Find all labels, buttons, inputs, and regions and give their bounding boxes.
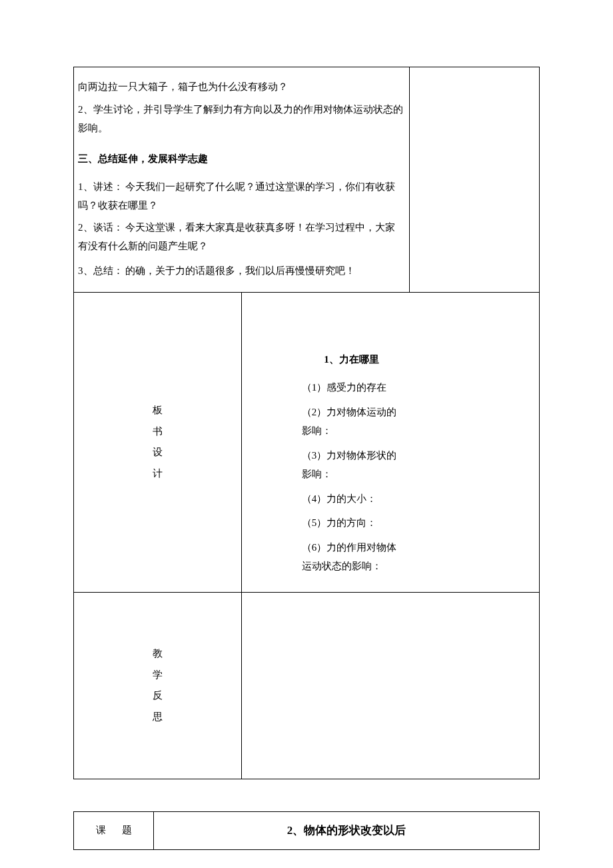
board-line: （5）力的方向： [302,513,401,533]
teaching-reflection-content [241,592,409,779]
content-row: 向两边拉一只大箱子，箱子也为什么没有移动？ 2、学生讨论，并引导学生了解到力有方… [74,67,540,293]
board-line: （4）力的大小： [302,489,401,509]
board-design-content: 1、力在哪里 （1）感受力的存在 （2）力对物体运动的影响： （3）力对物体形状… [241,292,409,592]
label-char: 板 [74,400,241,421]
empty-cell [409,292,539,592]
empty-cell [409,67,539,293]
lesson-title-table: 课题 2、物体的形状改变以后 [73,811,540,850]
content-cell: 向两边拉一只大箱子，箱子也为什么没有移动？ 2、学生讨论，并引导学生了解到力有方… [74,67,410,293]
board-line: （3）力对物体形状的影响： [302,446,401,484]
lesson-title-content: 2、物体的形状改变以后 [154,811,540,849]
paragraph-text: 向两边拉一只大箱子，箱子也为什么没有移动？ [78,78,405,97]
board-line: （1）感受力的存在 [302,378,401,397]
label-char: 思 [74,707,241,728]
label-char: 书 [74,421,241,443]
section-heading: 三、总结延伸，发展科学志趣 [78,149,405,169]
teaching-reflection-label: 教 学 反 思 [74,592,242,779]
paragraph-text: 2、谈话： 今天这堂课，看来大家真是收获真多呀！在学习过程中，大家有没有什么新的… [78,219,405,256]
paragraph-text: 3、总结： 的确，关于力的话题很多，我们以后再慢慢研究吧！ [78,260,405,283]
paragraph-text: 1、讲述： 今天我们一起研究了什么呢？通过这堂课的学习，你们有收获吗？收获在哪里… [78,178,405,215]
label-char: 学 [74,665,241,686]
board-design-row: 板 书 设 计 1、力在哪里 （1）感受力的存在 （2）力对物体运动的影响： （… [74,292,540,592]
board-title: 1、力在哪里 [302,350,401,369]
board-line: （6）力的作用对物体运动状态的影响： [302,538,401,576]
main-table: 向两边拉一只大箱子，箱子也为什么没有移动？ 2、学生讨论，并引导学生了解到力有方… [73,67,540,779]
board-line: （2）力对物体运动的影响： [302,403,401,441]
teaching-reflection-row: 教 学 反 思 [74,592,540,779]
paragraph-text: 2、学生讨论，并引导学生了解到力有方向以及力的作用对物体运动状态的影响。 [78,101,405,138]
board-design-label: 板 书 设 计 [74,292,242,592]
empty-cell [409,592,539,779]
label-char: 教 [74,643,241,665]
lesson-title-label: 课题 [74,811,154,849]
label-char: 计 [74,463,241,485]
lesson-title-row: 课题 2、物体的形状改变以后 [74,811,540,849]
label-char: 反 [74,685,241,707]
label-char: 设 [74,442,241,463]
